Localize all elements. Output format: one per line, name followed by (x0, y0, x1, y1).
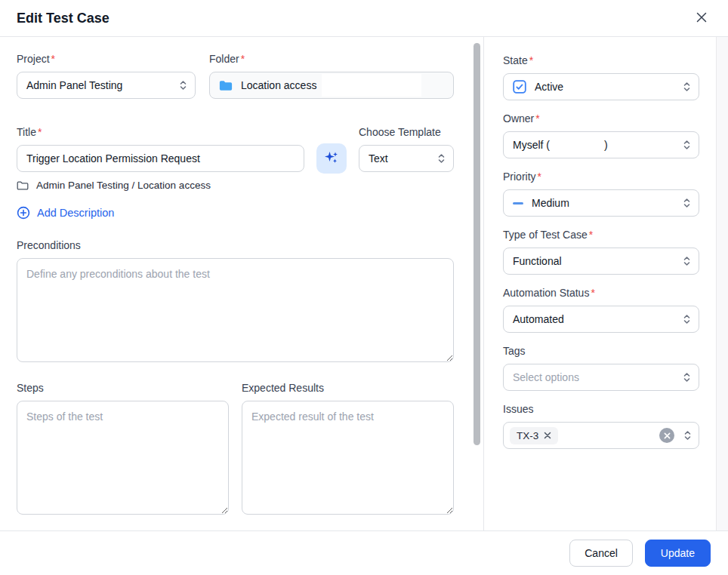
type-label: Type of Test Case* (503, 229, 699, 241)
chevron-updown-icon (683, 371, 691, 383)
state-value: Active (535, 81, 563, 93)
checkbox-check-icon (513, 80, 526, 94)
chevron-updown-icon (683, 139, 691, 151)
chevron-updown-icon (683, 255, 691, 267)
title-input[interactable] (17, 145, 304, 172)
add-description-label: Add Description (37, 207, 114, 219)
preconditions-textarea[interactable] (17, 258, 454, 362)
title-label: Title* (17, 126, 304, 138)
plus-circle-icon (17, 206, 30, 220)
steps-textarea[interactable] (17, 401, 229, 515)
sparkles-icon (323, 149, 340, 168)
template-select[interactable]: Text (359, 145, 454, 172)
automation-status-select[interactable]: Automated (503, 306, 699, 333)
clear-all-icon[interactable] (659, 428, 674, 443)
redaction-overlay (322, 74, 421, 97)
issue-chip: TX-3 (510, 427, 558, 444)
expected-results-textarea[interactable] (242, 401, 454, 515)
owner-select[interactable]: Myself () (503, 131, 699, 158)
breadcrumb-text: Admin Panel Testing / Location access (36, 180, 211, 191)
right-pane-scrollbar[interactable] (716, 37, 728, 530)
type-value: Functional (513, 255, 562, 267)
folder-outline-icon (17, 180, 29, 191)
priority-label: Priority* (503, 171, 699, 183)
type-select[interactable]: Functional (503, 248, 699, 275)
tags-select[interactable]: Select options (503, 364, 699, 391)
right-pane: State* Active Owner* Myself () (484, 37, 728, 530)
priority-value: Medium (532, 197, 569, 209)
chevron-updown-icon (683, 81, 691, 93)
automation-status-value: Automated (513, 313, 564, 325)
choose-template-label: Choose Template (359, 126, 454, 138)
issues-select[interactable]: TX-3 (503, 422, 699, 449)
expected-results-label: Expected Results (242, 382, 454, 394)
chevron-updown-icon (179, 79, 187, 91)
folder-value: Location access (241, 79, 316, 91)
modal-body: Project* Admin Panel Testing Folder* (0, 37, 728, 530)
steps-label: Steps (17, 382, 229, 394)
chevron-updown-icon (683, 429, 692, 441)
modal-footer: Cancel Update (0, 530, 728, 575)
template-value: Text (369, 152, 388, 165)
edit-test-case-modal: Edit Test Case Project* Admin Panel Test… (0, 0, 728, 575)
folder-field[interactable]: Location access (209, 72, 454, 99)
folder-label: Folder* (209, 53, 454, 65)
chevron-updown-icon (437, 152, 446, 165)
preconditions-label: Preconditions (17, 239, 454, 251)
chevron-updown-icon (683, 313, 691, 325)
modal-header: Edit Test Case (0, 0, 728, 37)
close-button[interactable] (692, 8, 711, 29)
cancel-button[interactable]: Cancel (569, 540, 633, 567)
modal-title: Edit Test Case (17, 11, 110, 26)
close-icon (695, 11, 708, 26)
tags-placeholder: Select options (513, 371, 579, 383)
priority-medium-icon (513, 202, 523, 204)
left-pane: Project* Admin Panel Testing Folder* (0, 37, 484, 530)
owner-value: Myself () (513, 139, 608, 151)
project-value: Admin Panel Testing (26, 79, 122, 91)
folder-icon (219, 80, 233, 91)
tags-label: Tags (503, 345, 699, 357)
state-label: State* (503, 54, 699, 66)
project-select[interactable]: Admin Panel Testing (17, 72, 196, 99)
priority-select[interactable]: Medium (503, 189, 699, 217)
automation-status-label: Automation Status* (503, 287, 699, 299)
breadcrumb: Admin Panel Testing / Location access (17, 180, 454, 191)
remove-issue-icon[interactable] (544, 432, 551, 439)
chevron-updown-icon (683, 197, 691, 209)
ai-generate-button[interactable] (316, 143, 347, 174)
project-label: Project* (17, 53, 196, 65)
update-button[interactable]: Update (645, 540, 711, 567)
issues-label: Issues (503, 403, 699, 415)
state-select[interactable]: Active (503, 73, 699, 100)
left-pane-scrollbar[interactable] (474, 43, 480, 445)
add-description-button[interactable]: Add Description (17, 206, 114, 220)
owner-label: Owner* (503, 112, 699, 125)
issue-chip-label: TX-3 (517, 430, 538, 441)
